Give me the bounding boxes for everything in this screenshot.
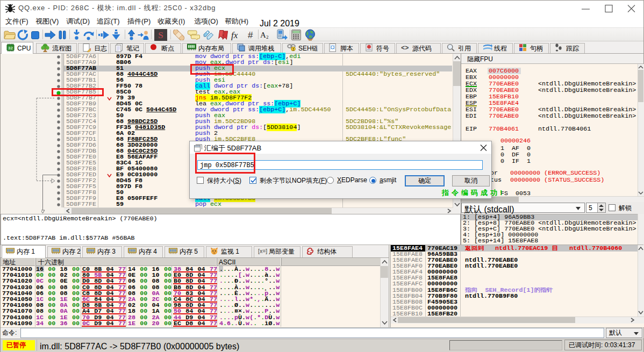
svg-text:<>: <>: [401, 45, 409, 51]
svg-text:32: 32: [8, 46, 13, 51]
svg-text:[x=]: [x=]: [258, 248, 267, 254]
svg-text:!: !: [292, 47, 294, 51]
svg-text:S: S: [158, 30, 163, 40]
svg-text:#: #: [248, 30, 253, 40]
svg-text:A: A: [260, 31, 266, 39]
svg-text:2: 2: [266, 34, 269, 40]
svg-text:fx: fx: [231, 30, 238, 40]
